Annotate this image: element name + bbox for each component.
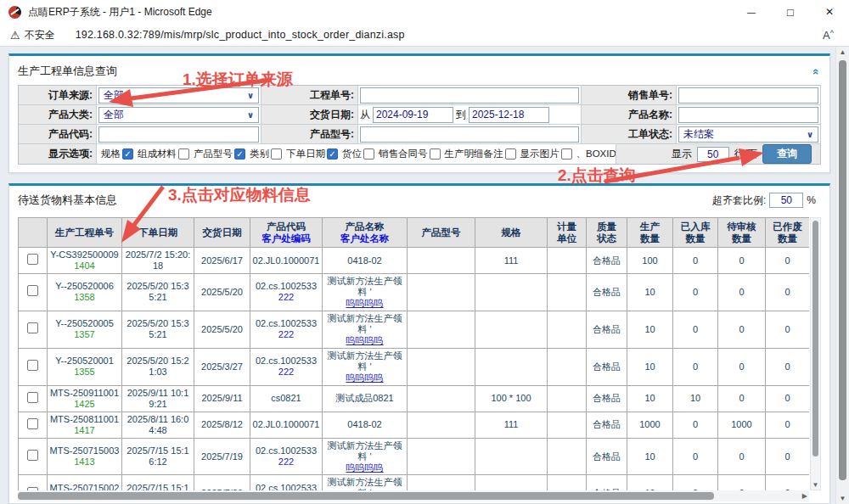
- delivery-date: 2025/5/20: [201, 287, 243, 297]
- display-option-label: 下单日期: [286, 148, 325, 160]
- display-option[interactable]: 组成材料: [138, 148, 189, 160]
- order-no[interactable]: MTS-250911001: [50, 388, 119, 398]
- url-bar: 不安全 192.168.0.32:789/mis/mrp/slc_product…: [0, 24, 849, 47]
- table-row[interactable]: Y-CS3925000091404 2025/7/2 15:20:18 2025…: [19, 248, 810, 274]
- sales-no-input[interactable]: [678, 87, 818, 104]
- display-option[interactable]: 生产明细备注: [445, 148, 516, 160]
- display-option-checkbox[interactable]: [363, 148, 374, 160]
- row-checkbox[interactable]: [27, 285, 38, 296]
- url-text[interactable]: 192.168.0.32:789/mis/mrp/slc_product_int…: [76, 29, 405, 41]
- table-row[interactable]: MTS-2508110011417 2025/8/11 16:04:48 202…: [19, 412, 810, 438]
- order-no[interactable]: Y--250520001: [55, 356, 114, 366]
- order-date: 2025/8/11 16:04:48: [127, 414, 189, 435]
- display-option-checkbox[interactable]: [505, 148, 516, 160]
- customer-name-link[interactable]: 呜呜呜呜: [324, 298, 405, 309]
- product-code-input[interactable]: [98, 126, 259, 143]
- order-no[interactable]: Y--250520005: [55, 318, 114, 328]
- order-no[interactable]: MTS-250811001: [50, 414, 119, 424]
- not-secure-warning-icon: [10, 27, 20, 42]
- display-options-row: 显示选项: 规格 组成材料 产品型号 类别 下单日期 货位 销售合同号 生产明细…: [18, 144, 821, 165]
- order-id: 1358: [49, 292, 120, 303]
- quality-status: 合格品: [593, 287, 621, 297]
- display-option-checkbox[interactable]: [271, 148, 282, 160]
- security-label[interactable]: 不安全: [25, 28, 55, 42]
- delivery-date-from-input[interactable]: [373, 107, 453, 123]
- table-vertical-scrollbar[interactable]: [810, 217, 821, 490]
- query-button[interactable]: 查询: [762, 144, 812, 164]
- row-checkbox[interactable]: [27, 254, 38, 265]
- product-name-input[interactable]: [678, 107, 818, 123]
- read-aloud-icon[interactable]: [823, 29, 839, 42]
- column-header: 产品名称客户处名称: [323, 218, 408, 248]
- display-option[interactable]: 下单日期: [286, 148, 338, 160]
- scroll-up-arrow-icon[interactable]: [836, 48, 849, 56]
- scrollbar-thumb[interactable]: [812, 221, 818, 456]
- order-no[interactable]: Y--250520006: [55, 281, 114, 291]
- row-checkbox[interactable]: [27, 418, 38, 429]
- over-ratio-input[interactable]: [769, 193, 803, 208]
- table-row[interactable]: Y--2505200061358 2025/5/20 15:35:21 2025…: [19, 273, 810, 311]
- scrollbar-thumb[interactable]: [839, 60, 846, 480]
- row-checkbox[interactable]: [27, 360, 38, 371]
- display-option[interactable]: 、BOXID&行号: [576, 148, 617, 160]
- scroll-right-arrow-icon[interactable]: [802, 492, 807, 500]
- app-favicon: [8, 6, 21, 19]
- order-source-select[interactable]: 全部: [98, 87, 259, 104]
- delivery-date: 2025/6/17: [201, 255, 243, 266]
- display-option[interactable]: 规格: [101, 148, 133, 160]
- page-vertical-scrollbar[interactable]: [835, 47, 849, 504]
- customer-code[interactable]: 222: [252, 329, 320, 340]
- query-panel: 生产工程单信息查询 订单来源: 全部 工程单号: 销售单号: 产品大类:: [8, 53, 830, 173]
- customer-code[interactable]: 222: [252, 456, 320, 468]
- scroll-down-arrow-icon[interactable]: [811, 481, 820, 489]
- order-no[interactable]: Y-CS392500009: [50, 249, 118, 260]
- pending-review-qty: 0: [739, 287, 744, 297]
- display-option[interactable]: 销售合同号: [379, 148, 441, 160]
- customer-name-link[interactable]: 呜呜呜呜: [324, 335, 405, 346]
- display-option[interactable]: 产品型号: [194, 148, 245, 160]
- product-category-select[interactable]: 全部: [98, 107, 259, 123]
- customer-name-link[interactable]: 呜呜呜呜: [324, 372, 405, 384]
- project-no-label: 工程单号:: [261, 86, 358, 105]
- close-button[interactable]: [810, 0, 849, 24]
- order-no[interactable]: MTS-250715002: [50, 483, 120, 490]
- display-option[interactable]: 货位: [342, 148, 374, 160]
- display-option-checkbox[interactable]: [234, 148, 245, 160]
- order-date: 2025/7/2 15:20:18: [126, 249, 190, 271]
- customer-code[interactable]: 222: [252, 292, 320, 303]
- display-option-checkbox[interactable]: [178, 148, 189, 160]
- display-option-checkbox[interactable]: [561, 148, 572, 160]
- product-model-input[interactable]: [360, 126, 579, 143]
- display-option-checkbox[interactable]: [122, 148, 133, 160]
- rows-per-page-input[interactable]: [697, 147, 729, 162]
- row-checkbox[interactable]: [27, 322, 38, 333]
- stocked-qty: 0: [693, 324, 698, 334]
- customer-code[interactable]: 222: [252, 367, 320, 378]
- display-option[interactable]: 类别: [250, 148, 282, 160]
- display-option-checkbox[interactable]: [430, 148, 441, 160]
- project-no-input[interactable]: [360, 87, 579, 104]
- scroll-down-arrow-icon[interactable]: [836, 495, 849, 502]
- column-header: 产品型号: [408, 218, 475, 248]
- window-titlebar: 点睛ERP子系统 - 用户1 - Microsoft Edge: [0, 0, 849, 24]
- maximize-button[interactable]: [771, 0, 810, 24]
- table-row[interactable]: MTS-2509110011425 2025/9/11 10:19:21 202…: [19, 385, 810, 412]
- row-checkbox[interactable]: [27, 392, 38, 403]
- table-row[interactable]: Y--2505200011355 2025/5/20 15:21:03 2025…: [19, 348, 810, 385]
- table-row[interactable]: MTS-2507150031413 2025/7/15 15:16:12 202…: [19, 438, 810, 475]
- order-status-select[interactable]: 未结案: [678, 126, 818, 143]
- collapse-panel-icon[interactable]: [813, 65, 819, 78]
- table-row[interactable]: Y--2505200051357 2025/5/20 15:35:21 2025…: [19, 311, 810, 348]
- table-row[interactable]: MTS-2507150021412 2025/7/15 15:14:01 202…: [19, 475, 810, 490]
- order-date: 2025/5/20 15:35:21: [127, 281, 188, 302]
- customer-name-link[interactable]: 呜呜呜呜: [324, 462, 405, 473]
- row-checkbox[interactable]: [27, 450, 38, 461]
- minimize-button[interactable]: [732, 0, 771, 24]
- table-horizontal-scrollbar[interactable]: [18, 490, 809, 501]
- delivery-date-to-input[interactable]: [469, 107, 549, 123]
- date-from-prefix: 从: [360, 108, 370, 122]
- display-option-checkbox[interactable]: [327, 148, 338, 160]
- order-no[interactable]: MTS-250715003: [50, 445, 120, 456]
- scrollbar-thumb[interactable]: [18, 492, 714, 500]
- display-option[interactable]: 显示图片: [520, 148, 572, 160]
